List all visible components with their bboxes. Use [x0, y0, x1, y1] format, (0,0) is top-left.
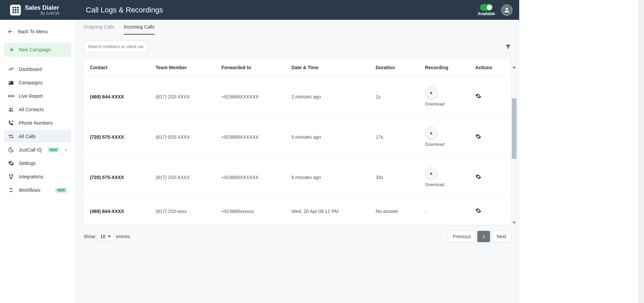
sidebar-item-integrations[interactable]: Integrations: [4, 170, 71, 183]
availability-label: Available: [478, 11, 495, 16]
gear-icon[interactable]: [475, 93, 481, 99]
pager: Previous 1 Next: [448, 231, 511, 242]
play-button[interactable]: [425, 127, 438, 140]
plus-icon: [9, 47, 15, 53]
duration-cell: 33s: [370, 157, 419, 198]
campaigns-icon: [8, 80, 14, 86]
availability-toggle-wrap: Available: [478, 4, 495, 16]
page-1-button[interactable]: 1: [477, 231, 490, 242]
svg-point-7: [11, 178, 12, 179]
no-recording: -: [425, 209, 427, 214]
duration-cell: 1s: [370, 77, 419, 117]
user-avatar[interactable]: [501, 4, 513, 16]
gear-icon[interactable]: [475, 133, 481, 139]
sidebar-item-live-report[interactable]: Live Report: [4, 90, 71, 102]
sidebar-item-label: All Contacts: [19, 107, 44, 112]
scroll-down-icon[interactable]: [513, 222, 516, 224]
sidebar-item-label: Phone Numbers: [19, 120, 53, 126]
svg-point-2: [10, 95, 12, 97]
forwarded-to-cell: +919669XXXXXX: [215, 77, 285, 117]
live-report-icon: [8, 93, 14, 99]
new-campaign-label: New Campaign: [19, 47, 51, 52]
filter-icon[interactable]: [505, 44, 511, 50]
new-campaign-button[interactable]: New Campaign: [4, 43, 71, 57]
forwarded-to-cell: +919669xxxxxx: [215, 198, 285, 225]
scroll-up-icon[interactable]: [513, 66, 516, 68]
next-button[interactable]: Next: [491, 231, 511, 242]
availability-toggle[interactable]: [480, 4, 493, 11]
show-label: Show: [84, 234, 95, 239]
back-label: Back To Menu: [18, 29, 48, 34]
phone-numbers-icon: [8, 120, 14, 126]
contact-cell: (469) 844-XXXX: [84, 198, 150, 225]
sidebar-item-phone-numbers[interactable]: Phone Numbers: [4, 117, 71, 129]
call-logs-table-wrap: Contact Team Member Forwarded to Date & …: [84, 58, 511, 225]
date-time-cell: 6 minutes ago: [285, 157, 370, 198]
play-button[interactable]: [425, 167, 438, 180]
sidebar-item-justcall-iq[interactable]: JustCall IQNEW▾: [4, 143, 71, 156]
tabs: Outgoing Calls Incoming Calls: [75, 20, 519, 35]
col-contact: Contact: [84, 59, 150, 77]
brand-logo: [10, 5, 21, 15]
back-to-menu[interactable]: Back To Menu: [4, 27, 71, 37]
tab-outgoing[interactable]: Outgoing Calls: [84, 20, 114, 35]
sidebar-item-settings[interactable]: Settings: [4, 157, 71, 170]
recording-cell: Download: [419, 77, 469, 117]
contact-cell: (720) 575-XXXX: [84, 117, 150, 157]
team-member-cell: (617) 553-XXXX: [150, 117, 215, 157]
download-link[interactable]: Download: [425, 182, 444, 187]
sidebar-item-campaigns[interactable]: Campaigns: [4, 76, 71, 89]
viewport-scrollbar[interactable]: [639, 0, 644, 303]
table-scrollbar-thumb[interactable]: [512, 98, 517, 159]
app-header: Sales Dialer By JustCall Call Logs & Rec…: [0, 0, 519, 20]
sidebar-item-all-calls[interactable]: All Calls: [4, 130, 71, 143]
sidebar-item-label: Integrations: [19, 174, 43, 179]
search-input[interactable]: [84, 41, 148, 52]
arrow-left-icon: [7, 29, 13, 35]
sidebar-item-all-contacts[interactable]: All Contacts: [4, 103, 71, 116]
svg-point-5: [9, 174, 10, 175]
forwarded-to-cell: +919669XXXXXX: [215, 157, 285, 198]
entries-select[interactable]: 10: [97, 232, 114, 241]
contact-cell: (469) 844-XXXX: [84, 77, 150, 117]
sidebar-item-workflows[interactable]: WorkflowsNEW: [4, 184, 71, 197]
entries-selector: Show 10 entries: [84, 232, 130, 241]
svg-point-4: [11, 108, 13, 110]
sidebar-item-dashboard[interactable]: Dashboard: [4, 63, 71, 76]
date-time-cell: Wed, 20 Apr 08:11 PM: [285, 198, 370, 225]
actions-cell: [469, 157, 511, 198]
call-logs-table: Contact Team Member Forwarded to Date & …: [84, 59, 511, 225]
sidebar: Back To Menu New Campaign DashboardCampa…: [0, 20, 75, 303]
tab-incoming[interactable]: Incoming Calls: [124, 20, 155, 35]
col-actions: Actions: [469, 59, 511, 77]
table-row: (720) 575-XXXX(617) 553-XXXX+919669XXXXX…: [84, 117, 511, 157]
table-row: (469) 844-XXXX(817) 203-XXXX+919669XXXXX…: [84, 77, 511, 117]
download-link[interactable]: Download: [425, 101, 444, 106]
contact-cell: (720) 575-XXXX: [84, 157, 150, 198]
entries-label: entries: [116, 234, 130, 239]
download-link[interactable]: Download: [425, 142, 444, 147]
recording-cell: Download: [419, 117, 469, 157]
sidebar-item-label: Workflows: [19, 187, 40, 193]
actions-cell: [469, 117, 511, 157]
sidebar-item-label: JustCall IQ: [19, 147, 42, 153]
team-member-cell: (817) 203-xxxx: [150, 198, 215, 225]
team-member-cell: (817) 203-XXXX: [150, 77, 215, 117]
table-scrollbar-track[interactable]: [512, 98, 517, 225]
gear-icon[interactable]: [475, 174, 481, 180]
grid-icon: [12, 7, 19, 13]
play-button[interactable]: [425, 87, 438, 99]
duration-cell: No-answer: [370, 198, 419, 225]
sidebar-item-label: Live Report: [19, 93, 43, 99]
col-recording: Recording: [419, 59, 469, 77]
chevron-down-icon: ▾: [65, 148, 67, 152]
sidebar-item-label: All Calls: [19, 134, 36, 139]
team-member-cell: (817) 203-XXXX: [150, 157, 215, 198]
page-title: Call Logs & Recordings: [86, 6, 163, 14]
gear-icon[interactable]: [475, 208, 481, 214]
integrations-icon: [8, 174, 14, 180]
recording-cell: -: [419, 198, 469, 225]
justcall-iq-icon: [8, 147, 14, 153]
previous-button[interactable]: Previous: [448, 231, 476, 242]
col-forwarded-to: Forwarded to: [215, 59, 285, 77]
